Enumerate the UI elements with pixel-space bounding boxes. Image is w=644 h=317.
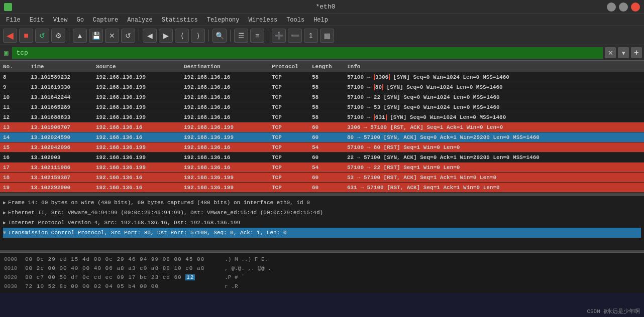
open-file-button[interactable]: ▲ [73,29,87,43]
menu-item-edit[interactable]: Edit [26,16,48,25]
hex-ascii-line: , @.@. ,. @@ . [225,264,271,273]
detail-row[interactable]: ▼Transmission Control Protocol, Src Port… [3,228,641,238]
hex-line: 003072 10 52 8b 00 00 02 04 05 b4 00 00 [4,282,204,291]
close-file-button[interactable]: ✕ [105,29,119,43]
hex-ascii-line: .P # ` [225,273,271,282]
filter-icon: ▣ [2,49,10,57]
hex-line: 000000 0c 29 ed 15 4d 00 0c 29 46 94 99 … [4,255,204,264]
table-row[interactable]: 1213.101688833192.168.136.199192.168.136… [0,112,644,122]
menu-item-analyze[interactable]: Analyze [123,16,156,25]
app-logo [4,3,12,11]
go-forward-button[interactable]: ▶ [159,29,173,43]
detail-text: Internet Protocol Version 4, Src: 192.16… [8,220,240,226]
menu-item-capture[interactable]: Capture [89,16,122,25]
hex-panel: 000000 0c 29 ed 15 4d 00 0c 29 46 94 99 … [0,252,644,293]
table-row[interactable]: 813.101589232192.168.136.199192.168.136.… [0,72,644,82]
table-row[interactable]: 1913.102292900192.168.136.16192.168.136.… [0,183,644,193]
window-title: *eth0 [315,3,335,11]
add-col-button[interactable]: ➕ [272,29,286,43]
toolbar-sep-3 [208,30,209,42]
col1-button[interactable]: 1 [304,29,318,43]
stop-capture-button[interactable]: ■ [19,29,33,43]
col-header-destination[interactable]: Destination [181,64,269,70]
hex-line: 002088 c7 00 50 df 0c cd ec 09 17 bc 23 … [4,273,204,282]
window-controls [607,3,640,12]
go-first-button[interactable]: ⟨ [175,29,189,43]
menu-bar: FileEditViewGoCaptureAnalyzeStatisticsTe… [0,14,644,26]
toolbar: ◀ ■ ↺ ⚙ ▲ 💾 ✕ ↺ ◀ ▶ ⟨ ⟩ 🔍 ☰ ≡ ➕ ➖ 1 ▦ [0,26,644,45]
restart-capture-button[interactable]: ↺ [35,29,49,43]
col-header-no[interactable]: No. [0,64,28,70]
detail-expand-icon: ▶ [3,200,6,206]
packet-rows: 813.101589232192.168.136.199192.168.136.… [0,72,644,193]
byte-view-button[interactable]: ≡ [250,29,264,43]
details-container: ▶Frame 14: 60 bytes on wire (480 bits), … [3,198,641,238]
table-row[interactable]: 1713.102111986192.168.136.199192.168.136… [0,163,644,173]
save-file-button[interactable]: 💾 [89,29,103,43]
filter-expand-button[interactable]: ▾ [618,47,629,58]
go-last-button[interactable]: ⟩ [191,29,205,43]
watermark: CSDN @永远是少年啊 [583,305,644,317]
title-bar: *eth0 [0,0,644,14]
graph-button[interactable]: ▦ [320,29,334,43]
hex-dump-left: 000000 0c 29 ed 15 4d 00 0c 29 46 94 99 … [4,255,204,291]
capture-options-button[interactable]: ⚙ [51,29,65,43]
menu-item-tools[interactable]: Tools [282,16,308,25]
table-row[interactable]: 1613.102003192.168.136.199192.168.136.16… [0,152,644,163]
hex-highlight: 12 [185,274,195,280]
col-header-protocol[interactable]: Protocol [269,64,309,70]
detail-text: Frame 14: 60 bytes on wire (480 bits), 6… [8,200,310,206]
detail-expand-icon: ▼ [3,230,6,236]
toolbar-sep-4 [230,30,231,42]
menu-item-go[interactable]: Go [72,16,87,25]
hex-line: 001000 2c 00 00 40 00 40 06 a8 a3 c0 a8 … [4,264,204,273]
close-button[interactable] [631,3,640,12]
table-row[interactable]: 1113.101665289192.168.136.199192.168.136… [0,102,644,112]
col-header-length[interactable]: Length [309,64,344,70]
menu-item-view[interactable]: View [49,16,72,25]
filter-add-button[interactable]: + [631,47,642,58]
info-highlight: 3306 [374,74,390,80]
table-header: No. Time Source Destination Protocol Len… [0,61,644,72]
packet-table: No. Time Source Destination Protocol Len… [0,61,644,193]
col-header-info[interactable]: Info [344,64,644,70]
table-row[interactable]: 1313.101906707192.168.136.16192.168.136.… [0,122,644,132]
remove-col-button[interactable]: ➖ [288,29,302,43]
menu-item-wireless[interactable]: Wireless [245,16,282,25]
col-header-time[interactable]: Time [28,64,93,70]
table-row[interactable]: 1013.101642244192.168.136.199192.168.136… [0,92,644,102]
filter-bar: ▣ ✕ ▾ + [0,45,644,61]
col-header-source[interactable]: Source [93,64,181,70]
detail-expand-icon: ▶ [3,220,6,226]
detail-expand-icon: ▶ [3,210,6,216]
detail-row[interactable]: ▶Ethernet II, Src: VMware_46:94:99 (00:0… [3,208,641,218]
start-capture-button[interactable]: ◀ [3,29,17,43]
hex-ascii-line: .) M ..) F E. [225,255,271,264]
table-row[interactable]: 1813.102159387192.168.136.16192.168.136.… [0,173,644,183]
menu-item-telephony[interactable]: Telephony [203,16,244,25]
menu-item-file[interactable]: File [2,16,25,25]
details-panel: ▶Frame 14: 60 bytes on wire (480 bits), … [0,195,644,250]
find-button[interactable]: 🔍 [212,29,227,43]
minimize-button[interactable] [607,3,616,12]
menu-item-statistics[interactable]: Statistics [158,16,202,25]
go-back-button[interactable]: ◀ [143,29,157,43]
reload-button[interactable]: ↺ [121,29,135,43]
detail-row[interactable]: ▶Frame 14: 60 bytes on wire (480 bits), … [3,198,641,208]
detail-row[interactable]: ▶Internet Protocol Version 4, Src: 192.1… [3,218,641,228]
toolbar-sep-5 [268,30,268,42]
maximize-button[interactable] [619,3,628,12]
hex-dump-right: .) M ..) F E. , @.@. ,. @@ . .P # ` r .R [225,255,271,291]
table-row[interactable]: 1513.102042096192.168.136.199192.168.136… [0,142,644,152]
list-view-button[interactable]: ☰ [234,29,248,43]
toolbar-sep-1 [69,30,69,42]
table-row[interactable]: 1413.102024590192.168.136.16192.168.136.… [0,132,644,142]
hex-ascii-line: r .R [225,282,271,291]
toolbar-sep-2 [139,30,139,42]
menu-item-help[interactable]: Help [309,16,332,25]
detail-text: Ethernet II, Src: VMware_46:94:99 (00:0c… [8,210,323,216]
info-highlight: 80 [374,84,383,90]
filter-input[interactable] [12,47,603,59]
filter-clear-button[interactable]: ✕ [605,47,616,58]
table-row[interactable]: 913.101619330192.168.136.199192.168.136.… [0,82,644,92]
